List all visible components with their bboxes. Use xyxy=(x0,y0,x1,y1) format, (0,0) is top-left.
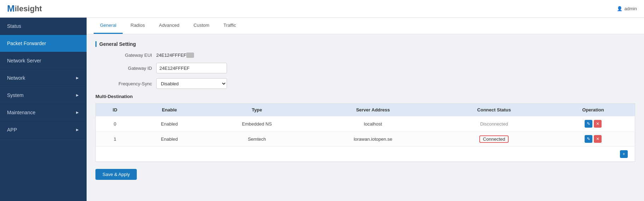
col-header-id: ID xyxy=(96,104,134,116)
tab-general[interactable]: General xyxy=(94,18,123,34)
user-info: 👤 admin xyxy=(617,6,637,11)
chevron-right-icon: ► xyxy=(75,93,80,98)
row1-enable: Enabled xyxy=(134,132,205,147)
sidebar-item-network-server[interactable]: Network Server xyxy=(0,52,87,69)
row1-operation: ✎ ✕ xyxy=(551,132,635,147)
sidebar-item-network[interactable]: Network ► xyxy=(0,69,87,87)
section-title: General Setting xyxy=(95,41,635,47)
row0-type: Embedded NS xyxy=(205,116,309,132)
delete-button-row1[interactable]: ✕ xyxy=(594,135,602,143)
row1-type: Semtech xyxy=(205,132,309,147)
tabs-bar: General Radios Advanced Custom Traffic xyxy=(87,18,644,34)
table-row: 0 Enabled Embedded NS localhost Disconne… xyxy=(96,116,635,132)
col-header-enable: Enable xyxy=(134,104,205,116)
gateway-id-input[interactable] xyxy=(156,63,227,73)
col-header-status: Connect Status xyxy=(437,104,551,116)
sidebar-item-system[interactable]: System ► xyxy=(0,87,87,104)
row1-actions: ✎ ✕ xyxy=(556,135,630,143)
add-destination-button[interactable]: + xyxy=(620,150,628,158)
frequency-sync-row: Frequency-Sync Disabled Enabled xyxy=(95,78,635,89)
add-row-actions: + xyxy=(101,150,630,158)
sidebar-item-packet-forwarder[interactable]: Packet Forwarder xyxy=(0,35,87,52)
gateway-eui-masked xyxy=(186,53,194,58)
sidebar-item-label: APP xyxy=(7,127,17,133)
row1-id: 1 xyxy=(96,132,134,147)
chevron-right-icon: ► xyxy=(75,127,80,132)
status-disconnected-badge: Disconnected xyxy=(480,121,508,127)
username: admin xyxy=(625,6,637,11)
sidebar: Status Packet Forwarder Network Server N… xyxy=(0,18,87,201)
sidebar-item-label: Packet Forwarder xyxy=(7,41,46,46)
edit-button-row0[interactable]: ✎ xyxy=(585,120,592,128)
gateway-eui-row: Gateway EUI 24E124FFFEF xyxy=(95,53,635,58)
gateway-id-row: Gateway ID xyxy=(95,63,635,73)
row0-id: 0 xyxy=(96,116,134,132)
destination-table: ID Enable Type Server Address Connect St… xyxy=(95,103,635,162)
col-header-type: Type xyxy=(205,104,309,116)
delete-button-row0[interactable]: ✕ xyxy=(594,120,602,128)
row0-enable: Enabled xyxy=(134,116,205,132)
sidebar-item-status[interactable]: Status xyxy=(0,18,87,35)
col-header-server: Server Address xyxy=(309,104,437,116)
chevron-right-icon: ► xyxy=(75,75,80,80)
tab-traffic[interactable]: Traffic xyxy=(217,18,242,34)
header: Milesight 👤 admin xyxy=(0,0,644,18)
logo: Milesight xyxy=(7,3,42,14)
multi-destination-title: Multi-Destination xyxy=(95,94,635,99)
sidebar-item-label: Network Server xyxy=(7,58,41,63)
save-apply-button[interactable]: Save & Apply xyxy=(95,169,137,180)
sidebar-item-label: System xyxy=(7,92,24,98)
add-row-cell: + xyxy=(96,147,635,162)
sidebar-item-maintenance[interactable]: Maintenance ► xyxy=(0,104,87,121)
row1-server: lorawan.iotopen.se xyxy=(309,132,437,147)
table-row: 1 Enabled Semtech lorawan.iotopen.se Con… xyxy=(96,132,635,147)
sidebar-item-label: Maintenance xyxy=(7,110,35,115)
tab-advanced[interactable]: Advanced xyxy=(153,18,186,34)
table-add-row: + xyxy=(96,147,635,162)
status-connected-badge: Connected xyxy=(479,135,509,143)
gateway-eui-value: 24E124FFFEF xyxy=(156,53,194,58)
main-layout: Status Packet Forwarder Network Server N… xyxy=(0,18,644,201)
sidebar-item-app[interactable]: APP ► xyxy=(0,121,87,139)
logo-m: M xyxy=(7,3,15,14)
row0-server: localhost xyxy=(309,116,437,132)
footer-buttons: Save & Apply xyxy=(95,169,635,180)
content-body: General Setting Gateway EUI 24E124FFFEF … xyxy=(87,34,644,187)
tab-custom[interactable]: Custom xyxy=(187,18,216,34)
gateway-id-label: Gateway ID xyxy=(95,66,152,71)
edit-button-row1[interactable]: ✎ xyxy=(585,135,592,143)
row0-status: Disconnected xyxy=(437,116,551,132)
content-area: General Radios Advanced Custom Traffic G… xyxy=(87,18,644,201)
logo-rest: ilesight xyxy=(15,4,42,13)
sidebar-item-label: Status xyxy=(7,23,21,29)
row0-operation: ✎ ✕ xyxy=(551,116,635,132)
frequency-sync-label: Frequency-Sync xyxy=(95,81,152,86)
gateway-eui-label: Gateway EUI xyxy=(95,53,152,58)
row0-actions: ✎ ✕ xyxy=(556,120,630,128)
sidebar-item-label: Network xyxy=(7,75,25,81)
col-header-operation: Operation xyxy=(551,104,635,116)
row1-status: Connected xyxy=(437,132,551,147)
user-icon: 👤 xyxy=(617,6,622,11)
chevron-right-icon: ► xyxy=(75,110,80,115)
table-header-row: ID Enable Type Server Address Connect St… xyxy=(96,104,635,116)
frequency-sync-select[interactable]: Disabled Enabled xyxy=(156,78,227,89)
tab-radios[interactable]: Radios xyxy=(124,18,151,34)
